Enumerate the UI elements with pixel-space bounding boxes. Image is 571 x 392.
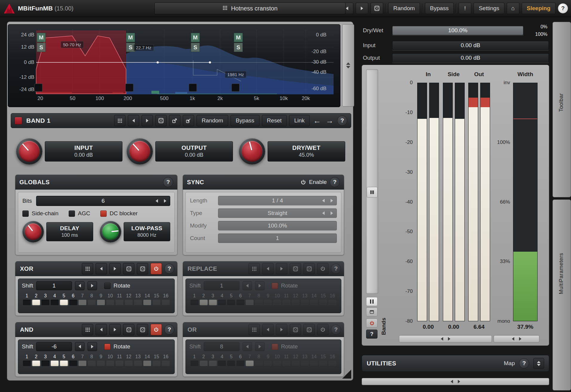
help-icon[interactable]: ?	[163, 177, 173, 187]
graph-collapse-strip[interactable]	[342, 24, 354, 107]
bit-cell-6[interactable]	[69, 300, 77, 305]
prev-icon[interactable]	[96, 263, 107, 274]
bit-cell-11[interactable]	[283, 361, 290, 366]
output-knob[interactable]	[127, 138, 153, 165]
bit-cell-16[interactable]	[329, 361, 336, 366]
drywet-knob-plate[interactable]: DRY/WET 45.0%	[268, 141, 345, 162]
band-mid-badge[interactable]: M	[191, 33, 200, 42]
bit-cell-14[interactable]	[310, 300, 318, 305]
sleeping-status[interactable]: Sleeping	[522, 3, 555, 14]
band-forward-arrow[interactable]: →	[325, 116, 335, 125]
shift-decrement[interactable]	[75, 342, 85, 351]
collapse-toggle[interactable]	[533, 358, 544, 369]
next-icon[interactable]	[276, 324, 287, 335]
multiparameters-rail[interactable]: MultiParameters	[552, 199, 571, 391]
bit-cell-16[interactable]	[162, 361, 170, 366]
bit-cell-8[interactable]	[255, 361, 263, 366]
bit-cell-4[interactable]	[51, 361, 59, 366]
band-grid-icon[interactable]	[114, 115, 125, 126]
bit-cell-6[interactable]	[237, 361, 244, 366]
random-button[interactable]: Random	[388, 3, 420, 14]
increment-icon[interactable]	[331, 209, 333, 218]
dice-icon[interactable]	[290, 263, 301, 274]
bit-cell-10[interactable]	[106, 361, 114, 366]
preset-grid-icon[interactable]	[82, 324, 93, 335]
help-icon[interactable]: ?	[164, 325, 174, 335]
band-bypass-button[interactable]: Bypass	[231, 115, 259, 126]
random-preset-dice-icon[interactable]	[371, 3, 383, 14]
next-preset-button[interactable]	[356, 3, 368, 14]
decrement-icon[interactable]	[322, 196, 325, 205]
bit-cell-9[interactable]	[97, 361, 105, 366]
bit-cell-10[interactable]	[106, 300, 114, 305]
bit-cell-13[interactable]	[134, 300, 142, 305]
bit-cell-16[interactable]	[162, 300, 170, 305]
bit-cell-3[interactable]	[42, 300, 49, 305]
bit-cell-7[interactable]	[79, 361, 86, 366]
bit-cell-5[interactable]	[227, 361, 235, 366]
bit-cell-8[interactable]	[88, 361, 96, 366]
dice-icon[interactable]	[137, 324, 148, 335]
next-icon[interactable]	[109, 263, 121, 274]
bit-cell-11[interactable]	[116, 361, 123, 366]
help-icon[interactable]: ?	[330, 177, 340, 187]
power-toggle[interactable]	[317, 263, 329, 274]
shift-increment[interactable]	[88, 281, 97, 290]
increment-icon[interactable]	[164, 196, 166, 206]
bit-cell-12[interactable]	[125, 361, 133, 366]
dice-icon[interactable]	[137, 263, 148, 274]
lowpass-knob[interactable]	[100, 221, 121, 242]
input-knob-plate[interactable]: INPUT 0.00 dB	[45, 141, 122, 162]
bit-cell-15[interactable]	[319, 361, 327, 366]
meter-power-icon[interactable]	[366, 319, 377, 328]
shift-slider[interactable]: 8	[204, 342, 240, 351]
band-mid-badge[interactable]: M	[37, 33, 46, 42]
copy-icon[interactable]	[169, 115, 180, 126]
dice-icon[interactable]	[123, 324, 134, 335]
bit-cell-13[interactable]	[301, 300, 309, 305]
side-chain-checkbox[interactable]	[22, 210, 29, 217]
band-color-swatch[interactable]	[15, 117, 22, 124]
delay-knob-plate[interactable]: DELAY 100 ms	[46, 222, 93, 241]
dice-icon[interactable]	[303, 324, 315, 335]
bit-cell-6[interactable]	[237, 300, 244, 305]
bit-cell-7[interactable]	[246, 300, 254, 305]
band-handle[interactable]	[125, 84, 133, 92]
shift-decrement[interactable]	[242, 342, 252, 351]
sync-enable-label[interactable]: Enable	[309, 179, 327, 185]
prev-icon[interactable]	[262, 324, 274, 335]
bit-cell-12[interactable]	[292, 300, 300, 305]
bit-cell-12[interactable]	[125, 300, 133, 305]
band-side-badge[interactable]: S	[234, 43, 243, 52]
bit-cell-1[interactable]	[23, 361, 31, 366]
bit-cell-4[interactable]	[51, 300, 59, 305]
bit-cell-1[interactable]	[191, 300, 198, 305]
drywet-knob[interactable]	[239, 138, 265, 165]
drywet-slider[interactable]: 100.0%	[392, 26, 524, 35]
help-icon[interactable]: ?	[519, 358, 529, 368]
bit-cell-15[interactable]	[153, 361, 160, 366]
preset-grid-icon[interactable]	[248, 263, 260, 274]
bit-cell-11[interactable]	[283, 300, 290, 305]
toolbar-rail[interactable]: Toolbar	[552, 22, 571, 197]
pause-icon[interactable]	[366, 297, 377, 306]
preset-grid-icon[interactable]	[248, 324, 260, 335]
bit-cell-10[interactable]	[273, 300, 281, 305]
popup-window-icon[interactable]	[366, 308, 377, 316]
band-mid-badge[interactable]: M	[234, 33, 243, 42]
help-icon[interactable]: ?	[331, 325, 341, 335]
band-side-badge[interactable]: S	[191, 43, 200, 52]
bit-cell-7[interactable]	[246, 361, 254, 366]
output-gain-slider[interactable]: 0.00 dB	[392, 53, 549, 63]
shift-increment[interactable]	[88, 342, 97, 351]
spectrum-graph[interactable]: 24 dB12 dB0 dB-12 dB-24 dB0 dB-20 dB-30 …	[8, 24, 340, 107]
bit-cell-10[interactable]	[273, 361, 281, 366]
bit-cell-15[interactable]	[153, 300, 160, 305]
bit-cell-7[interactable]	[79, 300, 86, 305]
bits-slider[interactable]: 6	[36, 196, 170, 206]
shift-increment[interactable]	[255, 342, 265, 351]
meter-zoom-slider[interactable]	[366, 69, 378, 294]
increment-icon[interactable]	[331, 196, 333, 205]
delay-knob[interactable]	[22, 221, 44, 242]
help-icon[interactable]: ?	[366, 330, 377, 339]
